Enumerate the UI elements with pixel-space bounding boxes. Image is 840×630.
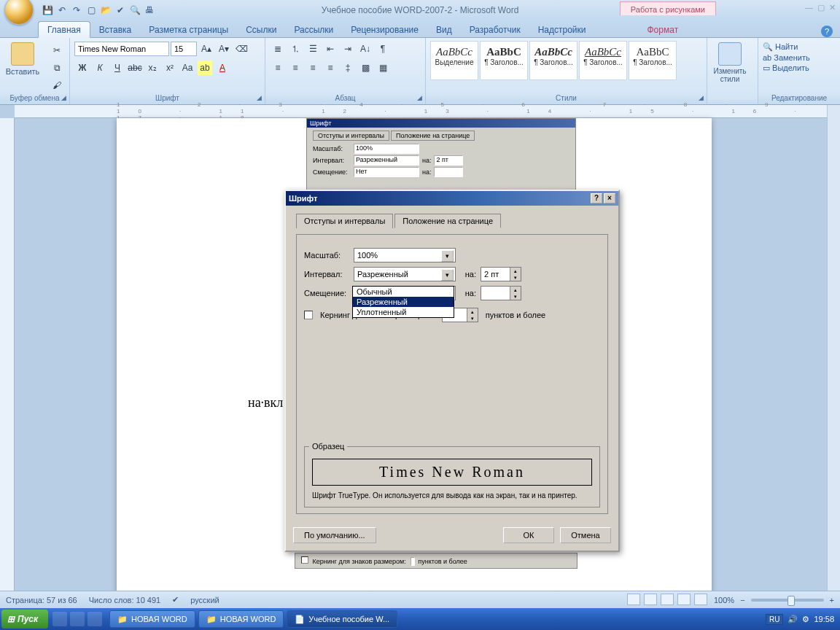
- cut-icon[interactable]: ✂: [50, 43, 64, 58]
- spacing-by-spin[interactable]: 2 пт: [481, 267, 521, 281]
- grow-font-icon[interactable]: A▴: [199, 42, 214, 56]
- tab-references[interactable]: Ссылки: [237, 22, 285, 37]
- justify-icon[interactable]: ≡: [323, 61, 338, 75]
- save-icon[interactable]: 💾: [41, 4, 54, 17]
- tab-home[interactable]: Главная: [38, 21, 90, 38]
- print-icon[interactable]: 🖶: [143, 4, 156, 17]
- ql-ie-icon[interactable]: [52, 612, 67, 626]
- horizontal-ruler[interactable]: 1 · 2 · 3 · 4 · 5 · 6 · 7 · 8 · 9 · 10 ·…: [15, 105, 840, 118]
- tab-format[interactable]: Формат: [639, 22, 688, 37]
- spacing-combo[interactable]: Разреженный: [354, 267, 456, 281]
- help-icon[interactable]: ?: [821, 26, 833, 37]
- position-by-spin[interactable]: [481, 286, 521, 300]
- dialog-tab-position[interactable]: Положение на странице: [394, 214, 501, 228]
- multilevel-icon[interactable]: ☰: [306, 42, 320, 56]
- status-words[interactable]: Число слов: 10 491: [89, 596, 160, 604]
- taskbar-item-active[interactable]: 📄 Учебное пособие W...: [287, 610, 397, 628]
- status-language[interactable]: русский: [190, 596, 219, 604]
- clipboard-launcher-icon[interactable]: ◢: [59, 94, 68, 103]
- highlight-icon[interactable]: ab: [198, 61, 212, 75]
- tab-mailings[interactable]: Рассылки: [285, 22, 342, 37]
- tab-developer[interactable]: Разработчик: [461, 22, 529, 37]
- styles-gallery[interactable]: AaBbCcВыделение AaBbC¶ Заголов... AaBbCc…: [430, 41, 702, 80]
- ql-app-icon[interactable]: [88, 612, 102, 626]
- change-styles-button[interactable]: Изменить стили: [712, 41, 748, 85]
- dropdown-option-selected[interactable]: Разреженный: [353, 297, 454, 307]
- dialog-titlebar[interactable]: Шрифт ? ×: [286, 191, 618, 206]
- style-item[interactable]: AaBbCcВыделение: [430, 41, 478, 80]
- taskbar-item[interactable]: 📁 НОВАЯ WORD: [109, 610, 195, 628]
- font-color-icon[interactable]: A: [215, 61, 230, 75]
- tab-addins[interactable]: Надстройки: [529, 22, 595, 37]
- redo-icon[interactable]: ↷: [70, 4, 83, 17]
- borders-icon[interactable]: ▦: [376, 61, 390, 75]
- indent-inc-icon[interactable]: ⇥: [341, 42, 355, 56]
- spacing-dropdown-list[interactable]: Обычный Разреженный Уплотненный: [352, 286, 454, 318]
- dialog-tab-spacing[interactable]: Отступы и интервалы: [296, 214, 393, 228]
- minimize-icon[interactable]: —: [805, 3, 813, 12]
- line-spacing-icon[interactable]: ‡: [341, 61, 355, 75]
- align-left-icon[interactable]: ≡: [271, 61, 285, 75]
- start-button[interactable]: ⊞ Пуск: [1, 610, 48, 629]
- shading-icon[interactable]: ▩: [358, 61, 373, 75]
- format-painter-icon[interactable]: 🖌: [50, 78, 64, 93]
- kerning-checkbox[interactable]: [304, 311, 313, 319]
- shrink-font-icon[interactable]: A▾: [217, 42, 231, 56]
- vertical-scrollbar[interactable]: [827, 105, 840, 591]
- preview-icon[interactable]: 🔍: [128, 4, 141, 17]
- ok-button[interactable]: ОК: [503, 527, 554, 543]
- subscript-icon[interactable]: x₂: [145, 61, 160, 75]
- zoom-slider[interactable]: [751, 599, 824, 602]
- style-item[interactable]: AaBbC¶ Заголов...: [480, 41, 528, 80]
- bullets-icon[interactable]: ≣: [271, 42, 285, 56]
- find-button[interactable]: 🔍 Найти: [763, 42, 836, 52]
- cancel-button[interactable]: Отмена: [560, 527, 611, 543]
- view-print-icon[interactable]: [627, 594, 640, 605]
- paste-button[interactable]: Вставить: [4, 41, 41, 77]
- clock[interactable]: 19:58: [814, 615, 834, 623]
- tray-icon[interactable]: ⚙: [802, 615, 809, 624]
- change-case-icon[interactable]: Aa: [180, 61, 195, 75]
- open-icon[interactable]: 📂: [99, 4, 112, 17]
- dialog-help-icon[interactable]: ?: [591, 193, 602, 203]
- style-item[interactable]: AaBbCc¶ Заголов...: [579, 41, 627, 80]
- font-size-combo[interactable]: 15: [171, 42, 197, 56]
- style-item[interactable]: AaBbC¶ Заголов...: [629, 41, 677, 80]
- dialog-close-icon[interactable]: ×: [604, 193, 615, 203]
- close-icon[interactable]: ✕: [829, 3, 836, 12]
- scale-combo[interactable]: 100%: [354, 248, 456, 262]
- underline-icon[interactable]: Ч: [110, 61, 125, 75]
- tray-icon[interactable]: 🔊: [788, 615, 798, 624]
- vertical-ruler[interactable]: [0, 118, 15, 591]
- indent-dec-icon[interactable]: ⇤: [323, 42, 338, 56]
- strike-icon[interactable]: abc: [128, 61, 142, 75]
- spellcheck-icon[interactable]: ✔: [114, 4, 127, 17]
- clear-format-icon[interactable]: ⌫: [234, 42, 249, 56]
- zoom-level[interactable]: 100%: [714, 596, 734, 604]
- view-draft-icon[interactable]: [694, 594, 707, 605]
- numbering-icon[interactable]: ⒈: [288, 42, 303, 56]
- italic-icon[interactable]: К: [93, 61, 107, 75]
- superscript-icon[interactable]: x²: [163, 61, 177, 75]
- show-marks-icon[interactable]: ¶: [376, 42, 390, 56]
- view-web-icon[interactable]: [661, 594, 674, 605]
- replace-button[interactable]: ab Заменить: [763, 53, 836, 62]
- font-name-combo[interactable]: Times New Roman: [74, 42, 169, 56]
- sort-icon[interactable]: A↓: [358, 42, 373, 56]
- tab-insert[interactable]: Вставка: [90, 22, 141, 37]
- context-tab-picture-tools[interactable]: Работа с рисунками: [620, 1, 716, 15]
- new-icon[interactable]: ▢: [85, 4, 98, 17]
- tab-page-layout[interactable]: Разметка страницы: [140, 22, 237, 37]
- align-right-icon[interactable]: ≡: [306, 61, 320, 75]
- tab-view[interactable]: Вид: [427, 22, 461, 37]
- bold-icon[interactable]: Ж: [75, 61, 90, 75]
- view-read-icon[interactable]: [644, 594, 657, 605]
- status-page[interactable]: Страница: 57 из 66: [6, 596, 77, 604]
- copy-icon[interactable]: ⧉: [50, 61, 64, 75]
- select-button[interactable]: ▭ Выделить: [763, 63, 836, 73]
- language-indicator[interactable]: RU: [766, 614, 783, 625]
- status-spell-icon[interactable]: ✔: [172, 595, 179, 604]
- align-center-icon[interactable]: ≡: [288, 61, 303, 75]
- taskbar-item[interactable]: 📁 НОВАЯ WORD: [198, 610, 284, 628]
- default-button[interactable]: По умолчанию...: [293, 527, 376, 543]
